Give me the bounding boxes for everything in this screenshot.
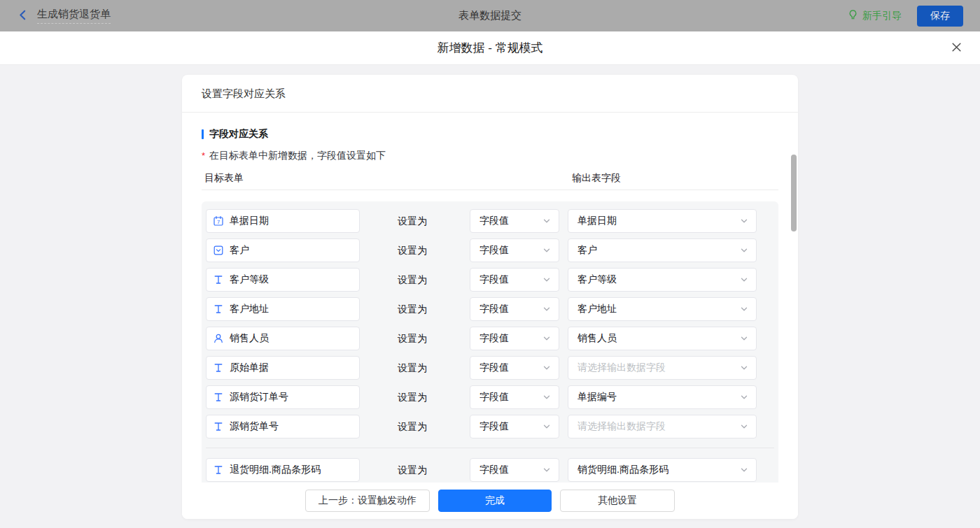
chevron-down-icon xyxy=(740,364,748,372)
output-field-value: 客户地址 xyxy=(578,303,617,315)
value-type-select[interactable]: 字段值 xyxy=(470,415,559,438)
mapping-panel: 7 单据日期 设置为 字段值 单据日期 客户 设置为 字段值 xyxy=(202,201,778,483)
text-icon xyxy=(213,362,224,373)
value-type-value: 字段值 xyxy=(479,420,509,433)
subform-divider xyxy=(206,448,774,448)
target-field-label: 客户地址 xyxy=(230,303,269,315)
mapping-row: 原始单据 设置为 字段值 请选择输出数据字段 xyxy=(206,356,775,380)
chevron-down-icon xyxy=(542,217,551,225)
section-accent-bar xyxy=(202,129,204,139)
value-type-value: 字段值 xyxy=(479,362,509,374)
target-field-label: 源销货单号 xyxy=(230,420,279,433)
target-field-label: 销售人员 xyxy=(230,332,269,345)
value-type-select[interactable]: 字段值 xyxy=(470,385,559,409)
chevron-down-icon xyxy=(740,393,748,401)
chevron-down-icon xyxy=(542,246,551,255)
chevron-down-icon xyxy=(542,276,551,284)
output-field-select[interactable]: 客户 xyxy=(568,238,757,262)
scrollbar-thumb[interactable] xyxy=(791,155,797,231)
set-as-label: 设置为 xyxy=(398,385,427,409)
mapping-row: 源销货单号 设置为 字段值 请选择输出数据字段 xyxy=(206,415,775,438)
other-settings-button[interactable]: 其他设置 xyxy=(560,490,675,512)
close-button[interactable] xyxy=(949,41,963,55)
chevron-down-icon xyxy=(740,466,748,474)
value-type-select[interactable]: 字段值 xyxy=(470,297,559,321)
output-field-value: 客户 xyxy=(578,244,597,257)
chevron-down-icon xyxy=(740,276,748,284)
value-type-value: 字段值 xyxy=(479,332,509,345)
save-button[interactable]: 保存 xyxy=(917,6,963,27)
node-title: 表单数据提交 xyxy=(0,9,980,22)
required-mark: * xyxy=(202,150,205,161)
value-type-value: 字段值 xyxy=(479,273,509,286)
chevron-down-icon xyxy=(542,305,551,313)
value-type-value: 字段值 xyxy=(479,303,509,315)
value-type-select[interactable]: 字段值 xyxy=(470,356,559,380)
value-type-select[interactable]: 字段值 xyxy=(470,327,559,350)
target-field-label: 退货明细.商品条形码 xyxy=(230,464,321,476)
target-field-box: 客户等级 xyxy=(206,268,360,292)
target-field-label: 源销货订单号 xyxy=(230,391,288,404)
set-as-label: 设置为 xyxy=(398,415,427,438)
output-field-select[interactable]: 请选择输出数据字段 xyxy=(568,415,757,438)
mapping-row: 客户地址 设置为 字段值 客户地址 xyxy=(206,297,775,321)
output-field-select[interactable]: 请选择输出数据字段 xyxy=(568,356,757,380)
chevron-down-icon xyxy=(740,305,748,313)
target-field-box: 7 单据日期 xyxy=(206,209,360,233)
close-icon xyxy=(951,41,962,55)
target-field-box: 客户 xyxy=(206,238,360,262)
mapping-row: 客户 设置为 字段值 客户 xyxy=(206,238,775,262)
output-field-value: 请选择输出数据字段 xyxy=(578,420,666,433)
output-field-select[interactable]: 单据日期 xyxy=(568,209,757,233)
prev-step-button[interactable]: 上一步：设置触发动作 xyxy=(305,490,430,512)
chevron-down-icon xyxy=(542,393,551,401)
set-as-label: 设置为 xyxy=(398,356,427,380)
value-type-select[interactable]: 字段值 xyxy=(470,209,559,233)
flow-name[interactable]: 生成销货退货单 xyxy=(37,8,111,24)
calendar-icon: 7 xyxy=(213,215,224,227)
output-field-select[interactable]: 销货明细.商品条形码 xyxy=(568,458,757,482)
set-as-label: 设置为 xyxy=(398,327,427,350)
select-icon xyxy=(213,245,224,256)
target-field-box: 退货明细.商品条形码 xyxy=(206,458,360,482)
output-field-value: 客户等级 xyxy=(578,273,617,286)
beginner-guide-link[interactable]: 新手引导 xyxy=(848,9,902,22)
target-field-label: 单据日期 xyxy=(230,215,269,227)
column-target-form: 目标表单 xyxy=(204,172,244,185)
chevron-down-icon xyxy=(542,364,551,372)
output-field-select[interactable]: 客户等级 xyxy=(568,268,757,292)
chevron-down-icon xyxy=(740,422,748,431)
value-type-select[interactable]: 字段值 xyxy=(470,238,559,262)
modal-body: 设置字段对应关系 字段对应关系 *在目标表单中新增数据，字段值设置如下 目标表单… xyxy=(0,65,980,528)
chevron-down-icon xyxy=(740,217,748,225)
value-type-select[interactable]: 字段值 xyxy=(470,458,559,482)
set-as-label: 设置为 xyxy=(398,238,427,262)
settings-card: 设置字段对应关系 字段对应关系 *在目标表单中新增数据，字段值设置如下 目标表单… xyxy=(182,75,798,519)
output-field-value: 单据日期 xyxy=(578,215,617,227)
output-field-select[interactable]: 单据编号 xyxy=(568,385,757,409)
mapping-note: *在目标表单中新增数据，字段值设置如下 xyxy=(202,150,778,162)
value-type-value: 字段值 xyxy=(479,244,509,257)
output-field-value: 请选择输出数据字段 xyxy=(578,362,666,374)
set-as-label: 设置为 xyxy=(398,209,427,233)
target-field-label: 原始单据 xyxy=(230,362,269,374)
chevron-left-icon xyxy=(17,9,29,23)
card-content: 字段对应关系 *在目标表单中新增数据，字段值设置如下 目标表单 输出表字段 7 … xyxy=(182,113,798,483)
output-field-select[interactable]: 客户地址 xyxy=(568,297,757,321)
set-as-label: 设置为 xyxy=(398,458,427,482)
text-icon xyxy=(213,274,224,285)
output-field-value: 销售人员 xyxy=(578,332,617,345)
back-button[interactable] xyxy=(17,9,29,23)
output-field-select[interactable]: 销售人员 xyxy=(568,327,757,350)
target-field-box: 源销货单号 xyxy=(206,415,360,438)
set-as-label: 设置为 xyxy=(398,297,427,321)
done-button[interactable]: 完成 xyxy=(438,490,552,512)
modal-header: 新增数据 - 常规模式 xyxy=(0,31,980,65)
value-type-select[interactable]: 字段值 xyxy=(470,268,559,292)
value-type-value: 字段值 xyxy=(479,215,509,227)
target-field-label: 客户 xyxy=(230,244,249,257)
target-field-box: 销售人员 xyxy=(206,327,360,350)
target-field-box: 源销货订单号 xyxy=(206,385,360,409)
value-type-value: 字段值 xyxy=(479,464,509,476)
section-title: 字段对应关系 xyxy=(202,128,778,141)
